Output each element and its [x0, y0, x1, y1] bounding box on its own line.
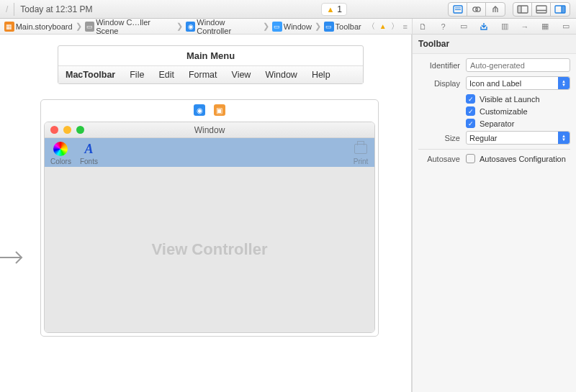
- jump-back-button[interactable]: 〈: [364, 21, 378, 32]
- stepper-caps-icon: ▲▼: [558, 132, 570, 144]
- menu-item[interactable]: Format: [181, 66, 225, 83]
- bc-item[interactable]: Toolbar: [336, 22, 361, 31]
- toggle-utilities-button[interactable]: [551, 3, 570, 16]
- identity-inspector-tab[interactable]: ▭: [454, 19, 474, 34]
- identifier-field[interactable]: [466, 58, 570, 72]
- menu-item[interactable]: View: [225, 66, 258, 83]
- bc-item[interactable]: Window C…ller Scene: [96, 18, 173, 35]
- effects-inspector-tab[interactable]: ▭: [556, 19, 576, 34]
- customizable-label: Customizable: [480, 107, 528, 116]
- display-label: Display: [418, 79, 460, 88]
- assistant-editor-button[interactable]: [467, 3, 486, 16]
- size-inspector-tab[interactable]: ▥: [495, 19, 515, 34]
- separator-label: Separator: [480, 119, 514, 128]
- jump-bar-overflow-icon[interactable]: ≡: [403, 22, 408, 31]
- separator-checkbox-row: ✓ Separator: [466, 119, 570, 128]
- window-icon: ▭: [272, 22, 282, 32]
- autosave-label: Autosave: [418, 155, 460, 163]
- standard-editor-button[interactable]: [449, 3, 467, 16]
- main-menu-title: Main Menu: [58, 46, 363, 65]
- window-titlebar: Window: [45, 122, 374, 138]
- chevron-right-icon: ❯: [176, 22, 183, 31]
- menu-item[interactable]: Edit: [151, 66, 181, 83]
- customizable-checkbox[interactable]: ✓: [466, 106, 475, 116]
- bc-item[interactable]: Window Controller: [197, 18, 260, 35]
- bc-item[interactable]: Main.storyboard: [16, 22, 73, 31]
- visible-checkbox-row: ✓ Visible at Launch: [466, 94, 570, 104]
- size-label: Size: [418, 134, 460, 142]
- svg-rect-12: [562, 6, 565, 13]
- autosave-checkbox[interactable]: [466, 154, 475, 163]
- utilities-panel: 🗋 ? ▭ ▥ → ▦ ▭ Toolbar Identifier Display: [412, 19, 576, 392]
- stepper-caps-icon: ▲▼: [558, 77, 570, 89]
- separator-checkbox[interactable]: ✓: [466, 119, 475, 128]
- display-value: Icon and Label: [469, 79, 521, 88]
- window-preview[interactable]: Window Colors A Fonts: [44, 122, 375, 333]
- customizable-checkbox-row: ✓ Customizable: [466, 106, 570, 116]
- chevron-right-icon: ❯: [76, 22, 82, 31]
- warning-count: 1: [337, 4, 342, 14]
- warning-icon[interactable]: ▲: [379, 22, 387, 30]
- menu-item[interactable]: MacToolbar: [58, 66, 122, 83]
- svg-rect-9: [536, 6, 546, 13]
- connections-inspector-tab[interactable]: →: [515, 19, 535, 34]
- window-controller-proxy-icon[interactable]: ◉: [194, 104, 205, 116]
- bindings-inspector-tab[interactable]: ▦: [535, 19, 555, 34]
- jump-bar[interactable]: ▦ Main.storyboard ❯ ▭ Window C…ller Scen…: [0, 19, 412, 35]
- help-inspector-tab[interactable]: ?: [433, 19, 453, 34]
- size-select[interactable]: Regular ▲▼: [466, 131, 570, 145]
- autosave-check-label: Autosaves Configuration: [480, 155, 566, 163]
- color-wheel-icon: [53, 142, 68, 156]
- storyboard-entry-arrow-icon: [0, 243, 29, 272]
- window-content[interactable]: View Controller: [45, 167, 374, 332]
- traffic-close-icon: [50, 126, 58, 134]
- toolbar-item-label: Print: [354, 158, 369, 165]
- visible-checkbox[interactable]: ✓: [466, 94, 475, 104]
- menu-item[interactable]: File: [122, 66, 151, 83]
- toggle-debug-button[interactable]: [532, 3, 551, 16]
- attributes-inspector-tab[interactable]: [474, 19, 494, 34]
- panel-toggle-group: [513, 2, 570, 17]
- chevron-right-icon: ❯: [315, 22, 321, 31]
- toolbar-icon: ▭: [324, 22, 334, 32]
- identifier-label: Identifier: [418, 61, 460, 70]
- file-inspector-tab[interactable]: 🗋: [413, 19, 433, 34]
- build-time: Today at 12:31 PM: [20, 4, 92, 14]
- toolbar-item-label: Colors: [50, 158, 71, 165]
- content-placeholder: View Controller: [152, 240, 268, 259]
- prev-scheme: /: [6, 4, 8, 14]
- warnings-pill[interactable]: ▲ 1: [321, 3, 347, 16]
- jump-forward-button[interactable]: 〉: [388, 21, 402, 32]
- window-toolbar[interactable]: Colors A Fonts Print: [45, 138, 374, 167]
- traffic-zoom-icon: [76, 126, 84, 134]
- scene-icon: ▭: [85, 22, 95, 32]
- bc-item[interactable]: Window: [284, 22, 312, 31]
- printer-icon: [354, 144, 367, 154]
- svg-rect-7: [518, 6, 521, 13]
- editor-mode-group: [448, 2, 505, 17]
- toolbar-item-fonts[interactable]: A Fonts: [80, 141, 98, 165]
- first-responder-icon[interactable]: ▣: [214, 104, 225, 116]
- font-a-icon: A: [84, 142, 93, 157]
- ib-canvas[interactable]: Main Menu MacToolbar File Edit Format Vi…: [0, 35, 412, 392]
- storyboard-icon: ▦: [4, 22, 14, 32]
- svg-point-4: [475, 6, 480, 11]
- toolbar-item-label: Fonts: [80, 158, 98, 165]
- visible-label: Visible at Launch: [480, 95, 540, 104]
- chevron-right-icon: ❯: [263, 22, 269, 31]
- display-select[interactable]: Icon and Label ▲▼: [466, 76, 570, 90]
- main-menu-scene[interactable]: Main Menu MacToolbar File Edit Format Vi…: [58, 45, 364, 84]
- main-menu-bar[interactable]: MacToolbar File Edit Format View Window …: [58, 65, 363, 83]
- menu-item[interactable]: Window: [258, 66, 304, 83]
- window-title: Window: [194, 125, 225, 135]
- traffic-minimize-icon: [63, 126, 71, 134]
- xcode-topbar: / Today at 12:31 PM ▲ 1: [0, 0, 576, 19]
- window-controller-scene[interactable]: ◉ ▣ Window Col: [40, 99, 379, 337]
- controller-icon: ◉: [186, 22, 196, 32]
- menu-item[interactable]: Help: [305, 66, 338, 83]
- toggle-navigator-button[interactable]: [513, 3, 532, 16]
- size-value: Regular: [469, 134, 498, 142]
- toolbar-item-print[interactable]: Print: [353, 141, 369, 165]
- toolbar-item-colors[interactable]: Colors: [50, 141, 71, 165]
- version-editor-button[interactable]: [486, 3, 505, 16]
